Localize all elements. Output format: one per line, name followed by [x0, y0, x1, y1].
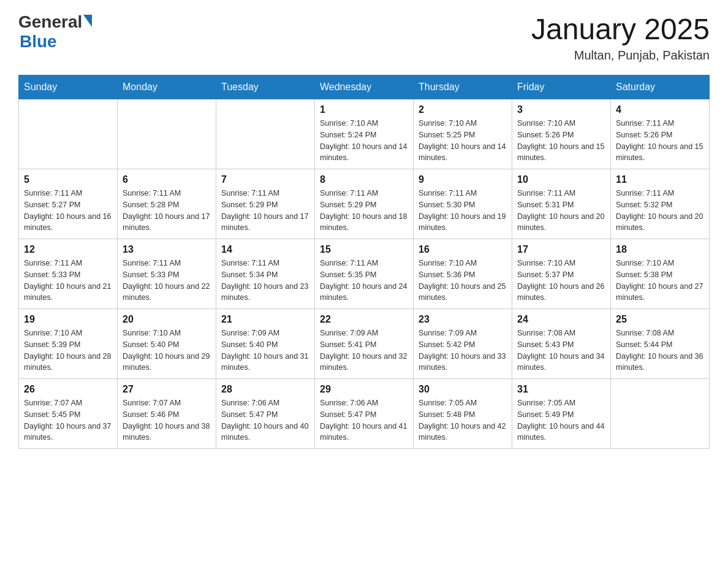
logo-general-text: General	[18, 12, 82, 32]
day-info: Sunrise: 7:11 AM Sunset: 5:27 PM Dayligh…	[24, 188, 112, 234]
calendar-cell	[118, 99, 216, 169]
calendar-cell: 2Sunrise: 7:10 AM Sunset: 5:25 PM Daylig…	[414, 99, 512, 169]
calendar-cell: 27Sunrise: 7:07 AM Sunset: 5:46 PM Dayli…	[118, 379, 216, 449]
calendar-cell: 23Sunrise: 7:09 AM Sunset: 5:42 PM Dayli…	[414, 309, 512, 379]
day-number: 23	[419, 314, 507, 325]
day-number: 25	[616, 314, 704, 325]
calendar-cell: 12Sunrise: 7:11 AM Sunset: 5:33 PM Dayli…	[19, 239, 118, 309]
day-number: 13	[123, 244, 211, 255]
calendar-cell: 26Sunrise: 7:07 AM Sunset: 5:45 PM Dayli…	[19, 379, 118, 449]
day-info: Sunrise: 7:09 AM Sunset: 5:41 PM Dayligh…	[320, 327, 408, 373]
column-header-wednesday: Wednesday	[315, 75, 414, 99]
title-section: January 2025 Multan, Punjab, Pakistan	[531, 12, 710, 63]
column-header-thursday: Thursday	[414, 75, 512, 99]
calendar-cell: 7Sunrise: 7:11 AM Sunset: 5:29 PM Daylig…	[216, 169, 315, 239]
day-number: 28	[221, 384, 309, 395]
calendar-cell: 18Sunrise: 7:10 AM Sunset: 5:38 PM Dayli…	[611, 239, 710, 309]
day-number: 31	[517, 384, 605, 395]
day-info: Sunrise: 7:11 AM Sunset: 5:34 PM Dayligh…	[221, 258, 309, 304]
day-info: Sunrise: 7:05 AM Sunset: 5:48 PM Dayligh…	[419, 397, 507, 443]
day-number: 1	[320, 104, 408, 115]
day-number: 5	[24, 174, 112, 185]
calendar-cell: 9Sunrise: 7:11 AM Sunset: 5:30 PM Daylig…	[414, 169, 512, 239]
calendar-cell	[611, 379, 710, 449]
calendar-table: SundayMondayTuesdayWednesdayThursdayFrid…	[18, 75, 710, 449]
day-info: Sunrise: 7:10 AM Sunset: 5:26 PM Dayligh…	[517, 118, 605, 164]
calendar-cell: 31Sunrise: 7:05 AM Sunset: 5:49 PM Dayli…	[512, 379, 611, 449]
day-info: Sunrise: 7:08 AM Sunset: 5:44 PM Dayligh…	[616, 327, 704, 373]
day-number: 20	[123, 314, 211, 325]
calendar-week-row: 12Sunrise: 7:11 AM Sunset: 5:33 PM Dayli…	[19, 239, 710, 309]
day-info: Sunrise: 7:10 AM Sunset: 5:38 PM Dayligh…	[616, 258, 704, 304]
calendar-cell: 4Sunrise: 7:11 AM Sunset: 5:26 PM Daylig…	[611, 99, 710, 169]
day-number: 9	[419, 174, 507, 185]
column-header-friday: Friday	[512, 75, 611, 99]
day-info: Sunrise: 7:11 AM Sunset: 5:31 PM Dayligh…	[517, 188, 605, 234]
day-number: 24	[517, 314, 605, 325]
day-number: 22	[320, 314, 408, 325]
day-info: Sunrise: 7:11 AM Sunset: 5:33 PM Dayligh…	[24, 258, 112, 304]
calendar-cell: 20Sunrise: 7:10 AM Sunset: 5:40 PM Dayli…	[118, 309, 216, 379]
day-number: 30	[419, 384, 507, 395]
day-number: 15	[320, 244, 408, 255]
calendar-cell: 10Sunrise: 7:11 AM Sunset: 5:31 PM Dayli…	[512, 169, 611, 239]
day-number: 26	[24, 384, 112, 395]
calendar-cell: 6Sunrise: 7:11 AM Sunset: 5:28 PM Daylig…	[118, 169, 216, 239]
calendar-cell: 11Sunrise: 7:11 AM Sunset: 5:32 PM Dayli…	[611, 169, 710, 239]
day-info: Sunrise: 7:10 AM Sunset: 5:39 PM Dayligh…	[24, 327, 112, 373]
day-info: Sunrise: 7:11 AM Sunset: 5:26 PM Dayligh…	[616, 118, 704, 164]
logo-blue-text: Blue	[20, 32, 92, 52]
calendar-cell: 8Sunrise: 7:11 AM Sunset: 5:29 PM Daylig…	[315, 169, 414, 239]
day-info: Sunrise: 7:08 AM Sunset: 5:43 PM Dayligh…	[517, 327, 605, 373]
calendar-cell: 29Sunrise: 7:06 AM Sunset: 5:47 PM Dayli…	[315, 379, 414, 449]
day-number: 8	[320, 174, 408, 185]
calendar-cell: 28Sunrise: 7:06 AM Sunset: 5:47 PM Dayli…	[216, 379, 315, 449]
day-number: 21	[221, 314, 309, 325]
calendar-cell	[19, 99, 118, 169]
day-number: 18	[616, 244, 704, 255]
day-number: 14	[221, 244, 309, 255]
day-number: 19	[24, 314, 112, 325]
day-number: 7	[221, 174, 309, 185]
column-header-tuesday: Tuesday	[216, 75, 315, 99]
location-subtitle: Multan, Punjab, Pakistan	[531, 48, 710, 63]
calendar-cell: 24Sunrise: 7:08 AM Sunset: 5:43 PM Dayli…	[512, 309, 611, 379]
calendar-week-row: 19Sunrise: 7:10 AM Sunset: 5:39 PM Dayli…	[19, 309, 710, 379]
calendar-week-row: 5Sunrise: 7:11 AM Sunset: 5:27 PM Daylig…	[19, 169, 710, 239]
calendar-header-row: SundayMondayTuesdayWednesdayThursdayFrid…	[19, 75, 710, 99]
day-info: Sunrise: 7:07 AM Sunset: 5:45 PM Dayligh…	[24, 397, 112, 443]
day-info: Sunrise: 7:10 AM Sunset: 5:24 PM Dayligh…	[320, 118, 408, 164]
day-number: 12	[24, 244, 112, 255]
day-info: Sunrise: 7:06 AM Sunset: 5:47 PM Dayligh…	[320, 397, 408, 443]
calendar-cell: 16Sunrise: 7:10 AM Sunset: 5:36 PM Dayli…	[414, 239, 512, 309]
day-number: 11	[616, 174, 704, 185]
column-header-saturday: Saturday	[611, 75, 710, 99]
calendar-week-row: 1Sunrise: 7:10 AM Sunset: 5:24 PM Daylig…	[19, 99, 710, 169]
day-info: Sunrise: 7:11 AM Sunset: 5:30 PM Dayligh…	[419, 188, 507, 234]
calendar-week-row: 26Sunrise: 7:07 AM Sunset: 5:45 PM Dayli…	[19, 379, 710, 449]
day-number: 17	[517, 244, 605, 255]
day-info: Sunrise: 7:11 AM Sunset: 5:29 PM Dayligh…	[221, 188, 309, 234]
calendar-cell: 17Sunrise: 7:10 AM Sunset: 5:37 PM Dayli…	[512, 239, 611, 309]
day-info: Sunrise: 7:10 AM Sunset: 5:40 PM Dayligh…	[123, 327, 211, 373]
day-number: 27	[123, 384, 211, 395]
day-info: Sunrise: 7:11 AM Sunset: 5:29 PM Dayligh…	[320, 188, 408, 234]
day-number: 2	[419, 104, 507, 115]
calendar-cell: 15Sunrise: 7:11 AM Sunset: 5:35 PM Dayli…	[315, 239, 414, 309]
day-info: Sunrise: 7:09 AM Sunset: 5:40 PM Dayligh…	[221, 327, 309, 373]
month-title: January 2025	[531, 12, 710, 46]
day-number: 6	[123, 174, 211, 185]
logo: General Blue	[18, 12, 92, 52]
calendar-cell: 25Sunrise: 7:08 AM Sunset: 5:44 PM Dayli…	[611, 309, 710, 379]
column-header-sunday: Sunday	[19, 75, 118, 99]
calendar-cell	[216, 99, 315, 169]
day-info: Sunrise: 7:07 AM Sunset: 5:46 PM Dayligh…	[123, 397, 211, 443]
day-info: Sunrise: 7:05 AM Sunset: 5:49 PM Dayligh…	[517, 397, 605, 443]
calendar-cell: 30Sunrise: 7:05 AM Sunset: 5:48 PM Dayli…	[414, 379, 512, 449]
day-info: Sunrise: 7:06 AM Sunset: 5:47 PM Dayligh…	[221, 397, 309, 443]
day-info: Sunrise: 7:11 AM Sunset: 5:35 PM Dayligh…	[320, 258, 408, 304]
day-info: Sunrise: 7:11 AM Sunset: 5:28 PM Dayligh…	[123, 188, 211, 234]
calendar-cell: 1Sunrise: 7:10 AM Sunset: 5:24 PM Daylig…	[315, 99, 414, 169]
day-info: Sunrise: 7:09 AM Sunset: 5:42 PM Dayligh…	[419, 327, 507, 373]
day-info: Sunrise: 7:10 AM Sunset: 5:25 PM Dayligh…	[419, 118, 507, 164]
